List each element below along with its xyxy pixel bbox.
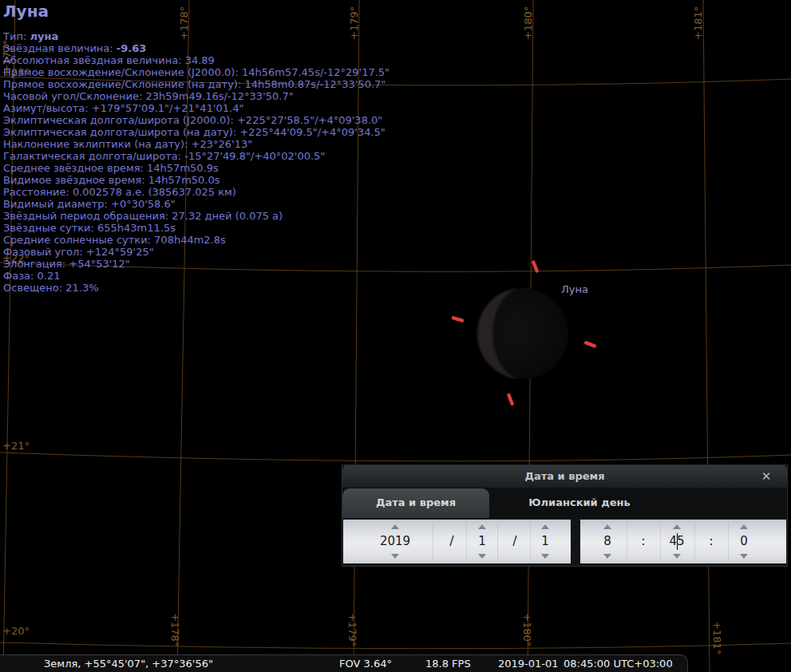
cell-divider: [694, 523, 695, 560]
grid-label-meridian: +179°: [346, 613, 358, 646]
status-location: Земля, +55°45'07", +37°36'56": [44, 655, 213, 672]
cell-divider: [433, 523, 433, 560]
date-group: 2019 / 1 / 1: [343, 520, 571, 563]
grid-label-meridian: +181°: [711, 621, 723, 654]
info-line: Освещено: 21.3%: [3, 282, 390, 294]
tab-date-time[interactable]: Дата и время: [342, 488, 489, 518]
info-line: Звёздный период обращения: 27.32 дней (0…: [3, 210, 390, 222]
info-line: Галактическая долгота/широта: -15°27'49.…: [3, 150, 390, 162]
object-info-panel: Луна Тип: луна Звёздная величина: -9.63 …: [3, 2, 390, 294]
selection-marker-bottom-icon: [507, 393, 515, 406]
stellarium-sky-view[interactable]: +177° +178° +179° +180° +181° +178° +179…: [0, 0, 791, 672]
dialog-spinner-area: 2019 / 1 / 1: [342, 518, 787, 566]
day-spinner[interactable]: 1: [529, 520, 561, 563]
hours-spinner[interactable]: 8: [591, 520, 623, 563]
spin-up-button[interactable]: [673, 524, 681, 529]
info-line: Азимут/высота: +179°57'09.1"/+21°41'01.4…: [3, 102, 390, 114]
info-line: Звёздная величина: -9.63: [3, 42, 390, 54]
date-separator: /: [507, 520, 523, 563]
spin-up-button[interactable]: [478, 524, 486, 529]
time-separator: :: [635, 520, 651, 563]
info-line: Наклонение эклиптики (на дату): +23°26'1…: [3, 138, 390, 150]
status-fov: FOV 3.64°: [339, 655, 392, 672]
grid-label-meridian: +178°: [169, 613, 181, 646]
dialog-tab-bar: Дата и время Юлианский день: [342, 488, 787, 518]
selection-marker-left-icon: [451, 316, 465, 323]
spin-down-button[interactable]: [391, 554, 399, 559]
year-value[interactable]: 2019: [367, 532, 423, 550]
moon-object[interactable]: [477, 288, 568, 379]
date-time-dialog: Дата и время ✕ Дата и время Юлианский де…: [342, 465, 787, 566]
info-line: Фаза: 0.21: [3, 270, 390, 282]
info-line: Тип: луна: [3, 30, 390, 42]
seconds-value[interactable]: 0: [728, 532, 760, 550]
moon-label[interactable]: Луна: [561, 283, 588, 295]
text-cursor: [677, 533, 678, 550]
info-line: Элонгация: +54°53'12": [3, 258, 390, 270]
month-spinner[interactable]: 1: [466, 520, 498, 563]
grid-label-meridian: +180°: [521, 613, 533, 646]
spin-down-button[interactable]: [478, 554, 486, 559]
info-line: Расстояние: 0.002578 а.е. (385637.025 км…: [3, 186, 390, 198]
tab-julian-day[interactable]: Юлианский день: [489, 488, 670, 518]
grid-label-altitude: +21°: [2, 440, 30, 452]
date-separator: /: [444, 520, 460, 563]
info-line: Видимое звёздное время: 14h57m50.0s: [3, 174, 390, 186]
status-time: 08:45:00 UTC+03:00: [564, 655, 673, 672]
cell-divider: [627, 523, 627, 560]
status-date: 2019-01-01: [498, 655, 559, 672]
info-line: Часовой угол/Склонение: 23h59m49.16s/-12…: [3, 90, 390, 102]
spin-up-button[interactable]: [740, 524, 748, 529]
spin-down-button[interactable]: [541, 554, 549, 559]
info-line: Прямое восхождение/Склонение (на дату): …: [3, 78, 390, 90]
spin-up-button[interactable]: [391, 524, 399, 529]
year-spinner[interactable]: 2019: [367, 520, 423, 563]
dialog-title: Дата и время: [342, 465, 787, 487]
spin-up-button[interactable]: [603, 524, 611, 529]
status-fps: 18.8 FPS: [425, 655, 471, 672]
grid-label-altitude: +20°: [2, 625, 30, 637]
spin-up-button[interactable]: [541, 524, 549, 529]
object-title: Луна: [3, 2, 390, 21]
info-line: Видимый диаметр: +0°30'58.6": [3, 198, 390, 210]
info-line: Абсолютная звёздная величина: 34.89: [3, 54, 390, 66]
time-separator: :: [703, 520, 719, 563]
spin-down-button[interactable]: [740, 554, 748, 559]
time-group: 8 : 45 : 0: [580, 520, 786, 563]
info-line: Средние солнечные сутки: 708h44m2.8s: [3, 234, 390, 246]
grid-label-meridian: +180°: [522, 6, 534, 40]
selection-marker-right-icon: [583, 341, 597, 349]
info-line: Среднее звёздное время: 14h57m50.9s: [3, 162, 390, 174]
info-line: Эклиптическая долгота/широта (на дату): …: [3, 126, 390, 138]
info-line: Фазовый угол: +124°59'25": [3, 246, 390, 258]
close-icon[interactable]: ✕: [757, 468, 775, 485]
seconds-spinner[interactable]: 0: [728, 520, 760, 563]
day-value[interactable]: 1: [529, 532, 561, 550]
info-line: Звёздные сутки: 655h43m11.5s: [3, 222, 390, 234]
spin-down-button[interactable]: [603, 554, 611, 559]
status-bar: Земля, +55°45'07", +37°36'56" FOV 3.64° …: [0, 654, 688, 672]
grid-label-meridian: +181°: [692, 6, 704, 40]
dialog-titlebar[interactable]: Дата и время ✕: [342, 465, 787, 488]
month-value[interactable]: 1: [466, 532, 498, 550]
info-line: Прямое восхождение/Склонение (J2000.0): …: [3, 66, 390, 78]
spin-down-button[interactable]: [673, 554, 681, 559]
hours-value[interactable]: 8: [591, 532, 623, 550]
info-line: Эклиптическая долгота/широта (J2000.0): …: [3, 114, 390, 126]
